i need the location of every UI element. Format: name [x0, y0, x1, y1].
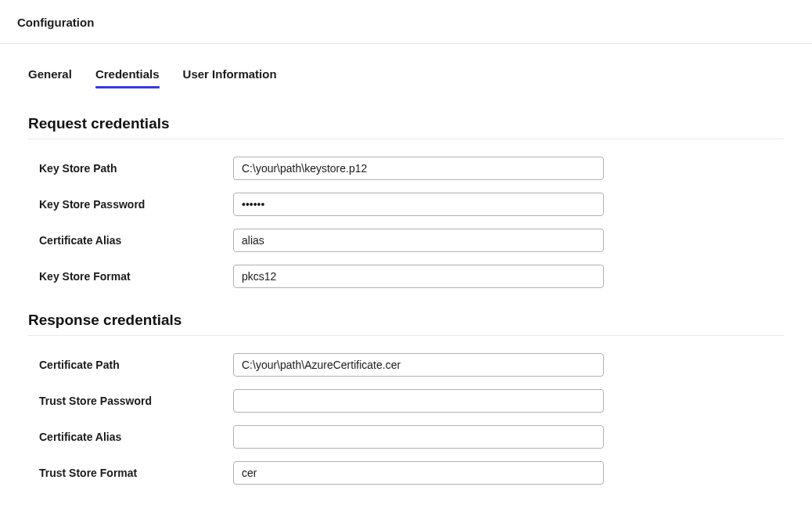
input-trust-store-password[interactable] [233, 389, 604, 413]
label-key-store-path: Key Store Path [39, 162, 233, 175]
tab-credentials[interactable]: Credentials [95, 67, 160, 87]
form-row: Key Store Path [28, 157, 784, 180]
section-request-credentials: Request credentials Key Store Path Key S… [28, 115, 784, 288]
input-trust-store-format[interactable] [233, 461, 604, 485]
label-trust-store-format: Trust Store Format [39, 467, 233, 479]
label-certificate-alias-response: Certificate Alias [39, 431, 233, 443]
form-row: Key Store Password [28, 193, 784, 216]
configuration-page: Configuration General Credentials User I… [0, 0, 812, 523]
label-trust-store-password: Trust Store Password [39, 395, 233, 407]
page-content: General Credentials User Information Req… [0, 44, 812, 523]
label-key-store-format: Key Store Format [39, 270, 233, 283]
form-row: Certificate Alias [28, 425, 784, 449]
form-row: Trust Store Password [28, 389, 784, 413]
page-title: Configuration [17, 16, 795, 29]
label-key-store-password: Key Store Password [39, 198, 233, 211]
section-response-credentials: Response credentials Certificate Path Tr… [28, 312, 784, 485]
form-row: Trust Store Format [28, 461, 784, 485]
form-row: Certificate Alias [28, 229, 784, 252]
form-row: Key Store Format [28, 265, 784, 288]
label-certificate-alias-request: Certificate Alias [39, 234, 233, 247]
input-certificate-alias-request[interactable] [233, 229, 604, 252]
page-header: Configuration [0, 0, 812, 44]
input-key-store-format[interactable] [233, 265, 604, 288]
input-certificate-alias-response[interactable] [233, 425, 604, 449]
label-certificate-path: Certificate Path [39, 359, 233, 371]
section-title-request: Request credentials [28, 115, 784, 139]
tab-user-information[interactable]: User Information [183, 67, 277, 87]
tab-general[interactable]: General [28, 67, 72, 87]
input-key-store-password[interactable] [233, 193, 604, 216]
section-title-response: Response credentials [28, 312, 784, 336]
form-row: Certificate Path [28, 353, 784, 377]
input-certificate-path[interactable] [233, 353, 604, 377]
tabs: General Credentials User Information [28, 67, 784, 87]
input-key-store-path[interactable] [233, 157, 604, 180]
